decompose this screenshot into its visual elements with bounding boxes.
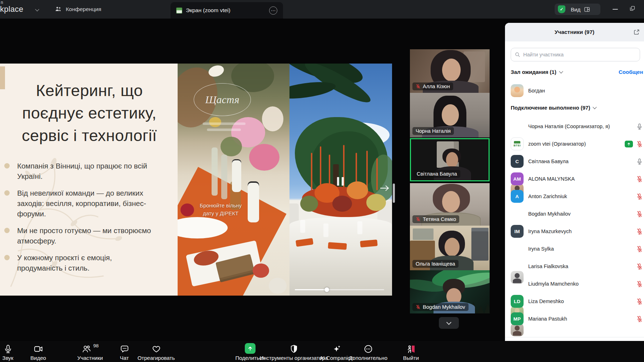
video-name-label: Ольга Іваніщева bbox=[412, 260, 459, 268]
participant-name: Mariana Pastukh bbox=[528, 316, 631, 322]
leave-meeting-icon bbox=[406, 344, 416, 354]
avatar: A bbox=[511, 190, 524, 203]
video-tile-bogdan-mykhailov[interactable]: Bogdan Mykhailov bbox=[410, 270, 490, 313]
vtei-logo-icon bbox=[176, 7, 182, 14]
chevron-down-icon bbox=[559, 69, 563, 73]
mic-muted-icon[interactable] bbox=[636, 246, 643, 252]
security-shield-icon: ✓ bbox=[558, 5, 565, 13]
slide-bullet: Ми не просто готуємо — ми створюємо атмо… bbox=[4, 225, 169, 246]
video-name-label: Світлана Бавула bbox=[413, 170, 460, 178]
video-tile-olha-ivanishcheva[interactable]: Ольга Іваніщева bbox=[410, 226, 490, 270]
participant-row[interactable]: C Світлана Бавула bbox=[511, 153, 641, 170]
mic-muted-icon bbox=[416, 305, 421, 310]
participant-row[interactable]: Liudmyla Mamchenko bbox=[511, 276, 641, 292]
chevron-down-icon bbox=[593, 105, 597, 109]
mic-muted-icon bbox=[416, 217, 421, 222]
shared-slide: Кейтеринг, що поєднує естетику, сервіс і… bbox=[0, 64, 178, 296]
mic-muted-icon bbox=[416, 84, 421, 89]
meeting-toolbar: Звук Видео 98 Участники Чат Отреагироват… bbox=[0, 341, 644, 362]
participant-row[interactable]: Чорна Наталія (Соорганизатор, я) bbox=[511, 118, 641, 135]
video-pause-icon bbox=[337, 177, 345, 186]
toolbar-react[interactable]: Отреагировать bbox=[113, 342, 199, 361]
layout-icon bbox=[584, 6, 590, 13]
participant-row[interactable]: Bogdan Mykhailov bbox=[511, 206, 641, 222]
mic-muted-icon[interactable] bbox=[636, 141, 643, 147]
video-name-label: Тетяна Семко bbox=[412, 215, 459, 223]
mic-muted-icon[interactable] bbox=[636, 193, 643, 200]
video-name-label: Bogdan Mykhailov bbox=[412, 303, 469, 311]
slide-bullet: Компанія з Вінниці, що працює по всій Ук… bbox=[4, 161, 169, 181]
video-scrubber-progress bbox=[295, 289, 327, 290]
video-name-label: Чорна Наталія bbox=[412, 127, 454, 135]
avatar: ВТЕІ bbox=[511, 137, 524, 150]
participant-search[interactable] bbox=[511, 48, 640, 61]
mic-muted-icon[interactable] bbox=[636, 263, 643, 270]
connected-header[interactable]: Подключение выполнено (97) bbox=[511, 105, 596, 111]
view-label: Вид bbox=[571, 6, 580, 12]
mic-muted-icon[interactable] bbox=[636, 281, 643, 287]
restore-button[interactable] bbox=[629, 5, 640, 14]
mic-on-icon[interactable] bbox=[636, 158, 643, 165]
tab-screen-label: Экран (zoom vtei) bbox=[186, 7, 231, 14]
participant-row[interactable]: A Anton Zarichniuk bbox=[511, 188, 641, 205]
tab-options-ellipsis-icon[interactable]: ⋯ bbox=[269, 6, 277, 15]
waiting-room-header[interactable]: Зал ожидания (1) bbox=[511, 69, 563, 75]
app-logo-text: kplace bbox=[0, 5, 23, 14]
slide-bullet: Від невеликої команди — до великих заход… bbox=[4, 188, 169, 219]
participant-name: Liza Demeshko bbox=[528, 298, 631, 304]
shared-photo-catering-table: Щастя Бронюйте вільну дату у ДІРЕКТ bbox=[178, 64, 289, 296]
participant-row[interactable]: IM Iryna Mazurkevych bbox=[511, 223, 641, 240]
participant-row[interactable]: MP Mariana Pastukh bbox=[511, 311, 641, 327]
mic-on-icon[interactable] bbox=[636, 123, 643, 130]
booking-watermark: Бронюйте вільну дату у ДІРЕКТ bbox=[188, 202, 254, 217]
participant-name: Bogdan Mykhailov bbox=[528, 211, 631, 217]
waiting-row-bogdan[interactable]: Богдан bbox=[511, 82, 641, 99]
participant-row[interactable]: LD Liza Demeshko bbox=[511, 293, 641, 310]
participant-name: Iryna Mazurkevych bbox=[528, 228, 631, 234]
minimize-icon bbox=[613, 9, 618, 10]
video-tile-svitlana-bavula[interactable]: Світлана Бавула bbox=[410, 138, 490, 181]
slide-title: Кейтеринг, що поєднує естетику, сервіс і… bbox=[11, 79, 168, 147]
participant-name: Liudmyla Mamchenko bbox=[528, 281, 631, 287]
search-input[interactable] bbox=[523, 52, 636, 57]
video-scrubber-handle bbox=[325, 287, 329, 292]
participant-name: Чорна Наталія (Соорганизатор, я) bbox=[528, 124, 631, 129]
tab-conference[interactable]: Конференция bbox=[54, 0, 101, 19]
view-menu-button[interactable]: ✓ Вид bbox=[555, 4, 600, 15]
participants-panel-header: Участники (97) bbox=[505, 23, 644, 41]
avatar: C bbox=[511, 155, 524, 168]
waiting-message-link[interactable]: Сообщен bbox=[619, 69, 643, 75]
avatar: MP bbox=[511, 312, 524, 325]
mic-muted-icon[interactable] bbox=[636, 316, 643, 322]
heart-icon bbox=[152, 344, 161, 354]
video-tile-tetiana-semko[interactable]: Тетяна Семко bbox=[410, 183, 490, 226]
mic-muted-icon[interactable] bbox=[636, 176, 643, 182]
chevron-down-icon bbox=[446, 320, 451, 325]
mic-muted-icon[interactable] bbox=[636, 298, 643, 305]
mic-muted-icon[interactable] bbox=[636, 211, 643, 217]
video-name-label: Алла Кізюн bbox=[412, 82, 453, 90]
participant-name: ALONA MALYNSKA bbox=[528, 176, 631, 182]
window-title-bar: n kplace Конференция Экран (zoom vtei) ⋯… bbox=[0, 0, 644, 19]
slide-accent-block bbox=[0, 66, 5, 89]
participant-name: Larisa Fialkovska bbox=[528, 263, 631, 269]
minimize-button[interactable] bbox=[610, 5, 620, 14]
video-tile-alla-kiziun[interactable]: Алла Кізюн bbox=[410, 49, 490, 93]
logo-chevron-down-icon[interactable] bbox=[35, 7, 39, 11]
participant-row[interactable]: ВТЕІ zoom vtei (Организатор) bbox=[511, 136, 641, 152]
slide-bullet-list: Компанія з Вінниці, що працює по всій Ук… bbox=[4, 161, 169, 273]
participant-name: Богдан bbox=[528, 88, 641, 94]
shared-photo-outdoor-banquet bbox=[289, 64, 392, 296]
tab-screen-share[interactable]: Экран (zoom vtei) ⋯ bbox=[170, 2, 283, 19]
participant-row[interactable]: Larisa Fialkovska bbox=[511, 258, 641, 275]
popout-icon[interactable] bbox=[633, 28, 640, 36]
participant-row[interactable]: Iryna Sylka bbox=[511, 241, 641, 257]
participant-row[interactable]: AM ALONA MALYNSKA bbox=[511, 171, 641, 187]
participants-panel: Участники (97) Зал ожидания (1) Сообщен … bbox=[505, 23, 644, 360]
camera-icon bbox=[34, 344, 43, 354]
participants-title: Участники (97) bbox=[555, 29, 595, 35]
toolbar-leave[interactable]: Выйти bbox=[368, 342, 454, 361]
video-tile-chorna-nataliia[interactable]: Чорна Наталія bbox=[410, 93, 490, 137]
mic-muted-icon[interactable] bbox=[636, 228, 643, 235]
more-videos-button[interactable] bbox=[439, 317, 459, 329]
